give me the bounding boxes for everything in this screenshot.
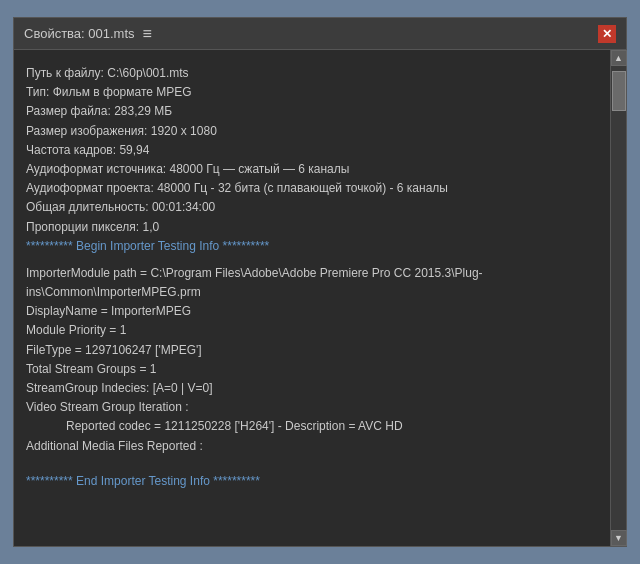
text-content: Путь к файлу: C:\60p\001.mtsТип: Фильм в… xyxy=(14,50,610,546)
content-area: Путь к файлу: C:\60p\001.mtsТип: Фильм в… xyxy=(14,50,626,546)
text-line: DisplayName = ImporterMPEG xyxy=(26,302,598,321)
text-line: ********** Begin Importer Testing Info *… xyxy=(26,237,598,256)
text-line: Reported codec = 1211250228 ['H264'] - D… xyxy=(26,417,598,436)
text-line: Module Priority = 1 xyxy=(26,321,598,340)
title-bar: Свойства: 001.mts ≡ ✕ xyxy=(14,18,626,50)
text-line: ********** End Importer Testing Info ***… xyxy=(26,472,598,491)
scroll-track[interactable] xyxy=(611,66,626,530)
text-line: Аудиоформат источника: 48000 Гц — сжатый… xyxy=(26,160,598,179)
text-line: Путь к файлу: C:\60p\001.mts xyxy=(26,64,598,83)
scrollbar[interactable]: ▲ ▼ xyxy=(610,50,626,546)
close-button[interactable]: ✕ xyxy=(598,25,616,43)
text-line: ImporterModule path = C:\Program Files\A… xyxy=(26,264,598,283)
blank-line xyxy=(26,256,598,264)
scroll-up-arrow[interactable]: ▲ xyxy=(611,50,627,66)
scroll-down-arrow[interactable]: ▼ xyxy=(611,530,627,546)
text-line: Частота кадров: 59,94 xyxy=(26,141,598,160)
text-line: Размер изображения: 1920 x 1080 xyxy=(26,122,598,141)
text-line: Пропорции пикселя: 1,0 xyxy=(26,218,598,237)
text-line: StreamGroup Indecies: [A=0 | V=0] xyxy=(26,379,598,398)
text-line: Общая длительность: 00:01:34:00 xyxy=(26,198,598,217)
text-line: Additional Media Files Reported : xyxy=(26,437,598,456)
window-title: Свойства: 001.mts xyxy=(24,26,135,41)
text-line: ins\Common\ImporterMPEG.prm xyxy=(26,283,598,302)
text-line: Аудиоформат проекта: 48000 Гц - 32 бита … xyxy=(26,179,598,198)
blank-line xyxy=(26,456,598,464)
text-line: Video Stream Group Iteration : xyxy=(26,398,598,417)
text-line: Total Stream Groups = 1 xyxy=(26,360,598,379)
text-line: Тип: Фильм в формате MPEG xyxy=(26,83,598,102)
text-line: Размер файла: 283,29 МБ xyxy=(26,102,598,121)
text-line: FileType = 1297106247 ['MPEG'] xyxy=(26,341,598,360)
title-bar-left: Свойства: 001.mts ≡ xyxy=(24,25,152,43)
properties-window: Свойства: 001.mts ≡ ✕ Путь к файлу: C:\6… xyxy=(13,17,627,547)
menu-icon[interactable]: ≡ xyxy=(143,25,152,43)
blank-line xyxy=(26,464,598,472)
scroll-thumb[interactable] xyxy=(612,71,626,111)
